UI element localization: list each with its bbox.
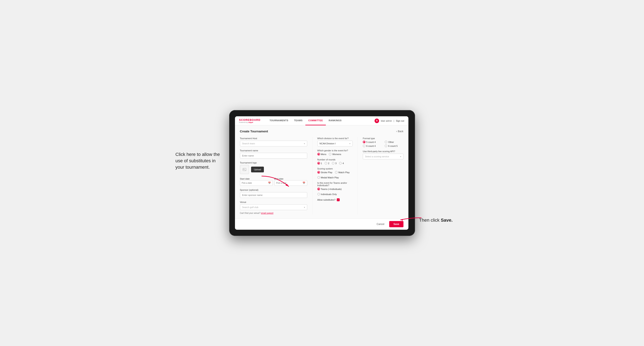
format-other-radio[interactable] <box>385 141 387 143</box>
round-3-option[interactable]: 3 <box>332 162 336 165</box>
scoring-system-radio-group: Stroke Play Match Play Medal Match Play <box>317 171 353 179</box>
back-label: Back <box>398 130 404 133</box>
page-title: Create Tournament <box>240 130 268 133</box>
cancel-button[interactable]: Cancel <box>374 221 387 227</box>
gender-mens-option[interactable]: Mens <box>317 153 326 156</box>
gender-mens-radio[interactable] <box>317 153 320 156</box>
round-3-label: 3 <box>335 162 336 165</box>
nav-user-name: blair admin <box>381 120 392 122</box>
tournament-logo-group: Tournament logo Upload <box>240 162 307 174</box>
form-footer: Cancel Save <box>235 218 408 230</box>
logo-placeholder-icon <box>240 165 249 174</box>
tournament-name-group: Tournament name <box>240 149 307 159</box>
format-other-option[interactable]: Other <box>385 141 403 143</box>
stroke-play-option[interactable]: Stroke Play <box>317 171 332 173</box>
save-button[interactable]: Save <box>389 221 403 227</box>
teams-individuals-option[interactable]: Teams (+Individuals) <box>317 188 342 190</box>
tablet-device: SCOREBOARD Powered by clippd TOURNAMENTS… <box>229 110 415 236</box>
round-1-radio[interactable] <box>317 162 320 165</box>
venue-select[interactable]: Search golf club ▾ <box>240 204 307 210</box>
format-6count4-radio[interactable] <box>363 145 366 147</box>
medal-match-play-option[interactable]: Medal Match Play <box>317 176 339 179</box>
tournament-host-label: Tournament Host <box>240 137 307 140</box>
stroke-play-radio[interactable] <box>317 171 320 173</box>
format-options-grid: 5 count 4 Other 6 count 4 <box>363 141 404 147</box>
gender-mens-label: Mens <box>321 153 326 156</box>
division-label: Which division is the event for? <box>317 137 353 140</box>
nav-sign-out[interactable]: Sign out <box>396 120 404 122</box>
end-date-calendar-icon: 📅 <box>302 182 306 184</box>
scoring-api-label: Use third-party live scoring API? <box>363 150 404 153</box>
tournament-host-placeholder: Search team <box>242 142 255 145</box>
upload-button[interactable]: Upload <box>251 167 264 173</box>
individuals-only-option[interactable]: Individuals Only <box>317 193 337 195</box>
arrow-right-icon <box>398 214 423 222</box>
match-play-label: Match Play <box>338 171 350 173</box>
tournament-host-group: Tournament Host Search team ▾ <box>240 137 307 146</box>
nav-link-committee[interactable]: COMMITTEE <box>306 116 326 125</box>
stroke-play-label: Stroke Play <box>321 171 332 173</box>
format-other-label: Other <box>388 141 394 143</box>
allow-substitutes-group: Allow substitutes? ✓ <box>317 198 353 201</box>
round-4-option[interactable]: 4 <box>339 162 344 165</box>
tablet-screen: SCOREBOARD Powered by clippd TOURNAMENTS… <box>235 116 408 230</box>
nav-link-teams[interactable]: TEAMS <box>291 116 306 125</box>
teams-individuals-label: Teams (+Individuals) <box>321 188 342 190</box>
gender-radio-group: Mens Womens <box>317 153 353 156</box>
nav-links: TOURNAMENTS TEAMS COMMITTEE RANKINGS <box>266 116 374 125</box>
teams-individuals-radio[interactable] <box>317 188 320 190</box>
division-dropdown-icon: ▾ <box>349 143 350 145</box>
form-col-3: Format type 5 count 4 Other <box>363 137 404 214</box>
scoring-api-group: Use third-party live scoring API? Select… <box>363 150 404 159</box>
format-6count5-option[interactable]: 6 count 5 <box>385 145 403 147</box>
round-3-radio[interactable] <box>332 162 334 165</box>
format-5count4-option[interactable]: 5 count 4 <box>363 141 381 143</box>
rounds-group: Number of rounds 1 2 <box>317 158 353 165</box>
match-play-option[interactable]: Match Play <box>335 171 350 173</box>
gender-womens-option[interactable]: Womens <box>329 153 341 156</box>
division-value: NCAA Division I <box>320 142 336 145</box>
start-date-label: Start date <box>240 177 250 180</box>
logo-powered: Powered by clippd <box>239 122 260 123</box>
logo-upload-area: Upload <box>240 165 307 174</box>
allow-substitutes-checkbox[interactable]: ✓ <box>337 198 340 201</box>
form-col-2: Which division is the event for? NCAA Di… <box>317 137 358 214</box>
sponsor-input[interactable] <box>240 192 307 198</box>
venue-email-support-link[interactable]: email support <box>261 212 273 214</box>
venue-help-text: Can't find your venue? email support <box>240 212 307 214</box>
match-play-radio[interactable] <box>335 171 338 173</box>
tournament-name-label: Tournament name <box>240 149 307 152</box>
host-dropdown-icon: ▾ <box>304 143 305 145</box>
nav-link-rankings[interactable]: RANKINGS <box>326 116 344 125</box>
round-4-radio[interactable] <box>339 162 342 165</box>
scoring-system-group: Scoring system Stroke Play Match Play <box>317 168 353 179</box>
scoring-api-select[interactable]: Select a scoring service ▾ <box>363 154 404 159</box>
nav-link-tournaments[interactable]: TOURNAMENTS <box>266 116 291 125</box>
venue-dropdown-icon: ▾ <box>304 206 305 208</box>
medal-match-play-radio[interactable] <box>317 176 320 179</box>
division-select[interactable]: NCAA Division I ▾ <box>317 141 353 146</box>
rounds-radio-group: 1 2 3 <box>317 162 353 165</box>
round-2-option[interactable]: 2 <box>324 162 329 165</box>
nav-logo: SCOREBOARD Powered by clippd <box>239 118 260 123</box>
format-5count4-radio[interactable] <box>363 141 366 143</box>
event-type-group: Is this event for Teams and/or Individua… <box>317 182 353 195</box>
gender-womens-radio[interactable] <box>329 153 332 156</box>
round-1-option[interactable]: 1 <box>317 162 322 165</box>
annotation-right: Then click Save. <box>419 217 460 223</box>
page-header: Create Tournament ‹ Back <box>240 130 404 133</box>
format-6count4-option[interactable]: 6 count 4 <box>363 145 381 147</box>
logo-text: SCOREBOARD <box>239 118 260 122</box>
venue-group: Venue Search golf club ▾ Can't find your… <box>240 201 307 214</box>
individuals-only-label: Individuals Only <box>321 193 337 195</box>
round-2-radio[interactable] <box>324 162 327 165</box>
individuals-only-radio[interactable] <box>317 193 320 195</box>
nav-separator: | <box>394 120 394 122</box>
format-type-group: Format type 5 count 4 Other <box>363 137 404 147</box>
back-link[interactable]: ‹ Back <box>396 130 404 133</box>
nav-bar: SCOREBOARD Powered by clippd TOURNAMENTS… <box>235 116 408 125</box>
format-6count5-label: 6 count 5 <box>388 145 398 147</box>
tournament-name-input[interactable] <box>240 153 307 159</box>
format-6count5-radio[interactable] <box>385 145 387 147</box>
tournament-host-select[interactable]: Search team ▾ <box>240 141 307 146</box>
